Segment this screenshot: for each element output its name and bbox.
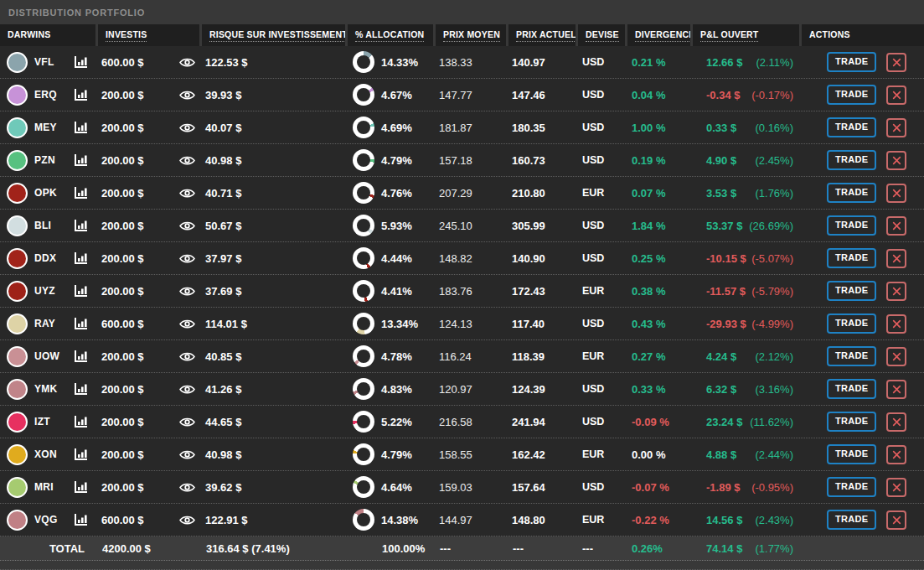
darwin-ticker[interactable]: PZN: [34, 154, 55, 166]
trade-button[interactable]: TRADE: [827, 346, 876, 365]
eye-icon[interactable]: [179, 417, 195, 428]
risque-value: 122.53 $: [205, 56, 248, 69]
column-header-risque[interactable]: RISQUE SUR INVESTISSEMENT: [202, 24, 345, 46]
darwin-ticker[interactable]: UYZ: [34, 285, 55, 297]
darwin-ticker[interactable]: BLI: [34, 220, 51, 231]
eye-icon[interactable]: [179, 122, 195, 133]
bar-chart-icon[interactable]: [74, 317, 88, 330]
eye-icon[interactable]: [179, 449, 195, 460]
column-header-allocation[interactable]: % ALLOCATION: [348, 24, 433, 46]
bar-chart-icon[interactable]: [74, 448, 88, 461]
pnl-cell: 23.24 $ (11.62%): [693, 416, 802, 428]
trade-button[interactable]: TRADE: [827, 412, 876, 431]
devise-value: USD: [578, 318, 627, 329]
bar-chart-icon[interactable]: [74, 55, 88, 69]
trade-button[interactable]: TRADE: [827, 85, 876, 104]
column-header-devise[interactable]: DEVISE: [578, 24, 625, 46]
trade-button[interactable]: TRADE: [827, 248, 876, 267]
bar-chart-icon[interactable]: [74, 350, 88, 363]
darwin-ticker[interactable]: RAY: [34, 318, 55, 329]
darwin-ticker[interactable]: IZT: [34, 416, 50, 428]
trade-button[interactable]: TRADE: [827, 379, 876, 398]
column-header-divergence[interactable]: DIVERGENCE: [627, 24, 690, 46]
bar-chart-icon[interactable]: [74, 121, 88, 134]
trade-button[interactable]: TRADE: [827, 281, 876, 300]
bar-chart-icon[interactable]: [74, 382, 88, 396]
close-button[interactable]: [886, 412, 906, 432]
close-button[interactable]: [886, 445, 906, 464]
trade-button[interactable]: TRADE: [827, 215, 876, 235]
column-header-pnl[interactable]: P&L OUVERT: [693, 24, 799, 46]
darwin-ticker[interactable]: DDX: [34, 252, 56, 264]
trade-button[interactable]: TRADE: [827, 477, 876, 496]
column-header-actions: ACTIONS: [802, 24, 924, 46]
eye-icon[interactable]: [179, 57, 195, 68]
close-button[interactable]: [886, 249, 906, 268]
bar-chart-icon[interactable]: [74, 153, 88, 167]
column-header-prix-actuel[interactable]: PRIX ACTUEL: [508, 24, 576, 46]
total-prix-moyen: ---: [436, 542, 508, 555]
close-button[interactable]: [886, 314, 906, 334]
bar-chart-icon[interactable]: [74, 415, 88, 428]
darwin-ticker[interactable]: ERQ: [34, 89, 57, 101]
trade-button[interactable]: TRADE: [827, 150, 876, 169]
close-icon: [892, 221, 901, 231]
risque-value: 40.07 $: [205, 122, 241, 134]
bar-chart-icon[interactable]: [74, 284, 88, 298]
prix-actuel-value: 140.97: [508, 56, 578, 69]
eye-icon[interactable]: [179, 90, 195, 101]
darwin-ticker[interactable]: MRI: [34, 481, 54, 493]
darwin-ticker[interactable]: VFL: [34, 56, 54, 68]
close-button[interactable]: [886, 151, 906, 170]
darwin-ticker[interactable]: MEY: [34, 122, 57, 133]
investis-value: 200.00 $: [101, 416, 144, 428]
column-header-investis[interactable]: INVESTIS: [98, 24, 199, 46]
close-button[interactable]: [886, 380, 906, 399]
eye-icon[interactable]: [179, 351, 195, 362]
darwin-ticker[interactable]: YMK: [34, 383, 58, 395]
eye-icon[interactable]: [179, 155, 195, 166]
trade-button[interactable]: TRADE: [827, 117, 876, 137]
close-button[interactable]: [886, 118, 906, 137]
eye-icon[interactable]: [179, 188, 195, 199]
trade-button[interactable]: TRADE: [827, 444, 876, 464]
close-button[interactable]: [886, 86, 906, 105]
bar-chart-icon[interactable]: [74, 186, 88, 200]
column-header-prix-moyen[interactable]: PRIX MOYEN: [436, 24, 506, 46]
eye-icon[interactable]: [179, 253, 195, 264]
eye-icon[interactable]: [179, 515, 195, 526]
darwin-ticker[interactable]: VQG: [34, 514, 58, 526]
darwin-ticker[interactable]: UOW: [34, 350, 59, 362]
close-button[interactable]: [886, 478, 906, 497]
eye-icon[interactable]: [179, 482, 195, 493]
trade-button[interactable]: TRADE: [827, 52, 876, 71]
close-button[interactable]: [886, 216, 906, 236]
bar-chart-icon[interactable]: [74, 480, 88, 494]
eye-icon[interactable]: [179, 384, 195, 395]
eye-icon[interactable]: [179, 319, 195, 329]
pnl-cell: 12.66 $ (2.11%): [693, 56, 802, 69]
close-button[interactable]: [886, 282, 906, 301]
close-button[interactable]: [886, 184, 906, 203]
table-row: VFL 600.00 $ 122.53 $: [0, 46, 924, 79]
pnl-cell: 4.90 $ (2.45%): [693, 154, 802, 167]
bar-chart-icon[interactable]: [74, 251, 88, 265]
bar-chart-icon[interactable]: [74, 219, 88, 232]
darwin-ticker[interactable]: OPK: [34, 187, 57, 199]
close-button[interactable]: [886, 347, 906, 366]
investis-value: 200.00 $: [101, 481, 144, 494]
investis-cell: 200.00 $: [98, 383, 202, 396]
risque-value: 41.26 $: [205, 383, 241, 396]
prix-moyen-value: 216.58: [436, 416, 508, 428]
eye-icon[interactable]: [179, 286, 195, 297]
close-button[interactable]: [886, 510, 906, 530]
trade-button[interactable]: TRADE: [827, 510, 876, 529]
trade-button[interactable]: TRADE: [827, 314, 876, 333]
trade-button[interactable]: TRADE: [827, 183, 876, 202]
bar-chart-icon[interactable]: [74, 513, 88, 526]
darwin-ticker[interactable]: XON: [34, 448, 57, 460]
eye-icon[interactable]: [179, 220, 195, 231]
close-button[interactable]: [886, 53, 906, 72]
investis-value: 200.00 $: [101, 154, 144, 167]
bar-chart-icon[interactable]: [74, 88, 88, 101]
